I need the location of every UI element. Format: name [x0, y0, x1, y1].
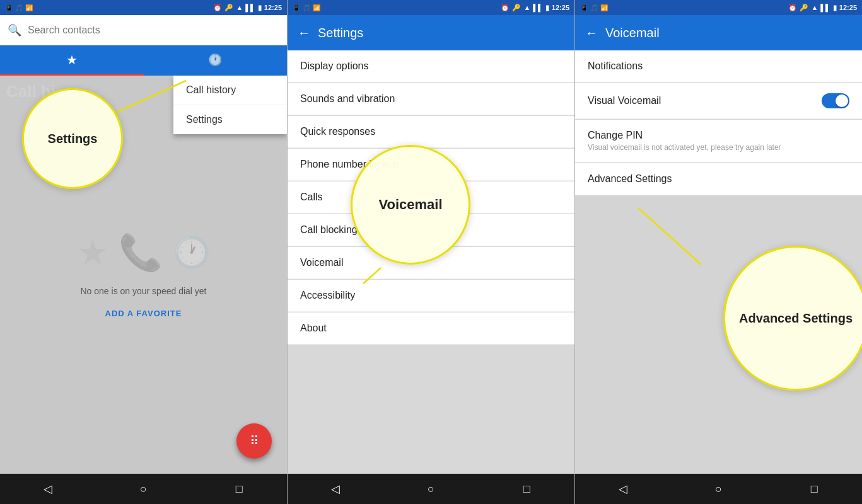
home-button-2[interactable]: ○ [418, 476, 443, 501]
dropdown-settings[interactable]: Settings [173, 105, 287, 134]
visual-voicemail-toggle[interactable] [822, 93, 849, 108]
voicemail-change-pin[interactable]: Change PIN Visual voicemail is not activ… [575, 120, 862, 163]
nav-bar-3: ◁ ○ □ [575, 474, 862, 504]
add-favorite-button[interactable]: ADD A FAVORITE [105, 309, 182, 318]
time-1: 12:25 [264, 4, 282, 11]
settings-about[interactable]: About [288, 312, 574, 345]
notifications-label: Notifications [588, 60, 643, 72]
recent-button-2[interactable]: □ [514, 476, 539, 501]
empty-state-text: No one is on your speed dial yet [80, 286, 206, 296]
screen-settings: 📱 🎵 📶 ⏰ 🔑 ▲ ▌▌ ▮ 12:25 ← Settings Displa… [288, 0, 575, 504]
settings-quick-responses[interactable]: Quick responses [288, 116, 574, 148]
key-icon: 🔑 [224, 4, 233, 12]
nav-bar-2: ◁ ○ □ [288, 474, 574, 504]
battery-icon: ▮ [258, 4, 262, 12]
time-2: 12:25 [552, 4, 569, 11]
status-bar-2: 📱 🎵 📶 ⏰ 🔑 ▲ ▌▌ ▮ 12:25 [288, 0, 574, 15]
app-icon-1: 📱 [5, 4, 13, 11]
s3-app-icon-1: 📱 [580, 4, 588, 11]
signal-icon: ▌▌ [245, 4, 255, 11]
annotation-advanced-settings: Advanced Settings [723, 246, 862, 391]
s3-signal-icon: ▌▌ [820, 4, 830, 11]
empty-state-icons: ★ 📞 🕐 [77, 232, 211, 273]
dropdown-call-history[interactable]: Call history [173, 76, 287, 105]
change-pin-label: Change PIN [588, 130, 643, 141]
s2-app-icon-1: 📱 [293, 4, 300, 11]
back-button-2[interactable]: ◁ [323, 476, 348, 501]
s3-battery-icon: ▮ [833, 4, 837, 12]
s2-wifi-icon: ▲ [523, 4, 530, 11]
app-bar-settings: ← Settings [288, 15, 574, 50]
back-button-3[interactable]: ◁ [610, 476, 636, 501]
s3-wifi-icon: ▲ [811, 4, 818, 11]
annotation-voicemail: Voicemail [351, 145, 470, 265]
change-pin-sub: Visual voicemail is not activated yet, p… [588, 143, 781, 152]
s2-app-icon-3: 📶 [313, 4, 320, 11]
settings-title: Settings [318, 26, 564, 40]
app-bar-voicemail: ← Voicemail [575, 15, 862, 50]
recent-button-3[interactable]: □ [801, 476, 827, 501]
s3-app-icon-2: 🎵 [590, 4, 598, 11]
search-icon: 🔍 [8, 23, 21, 37]
keypad-icon: ⠿ [250, 433, 259, 449]
back-arrow-settings[interactable]: ← [298, 26, 310, 40]
s3-key-icon: 🔑 [800, 4, 808, 12]
app-icon-3: 📶 [25, 4, 33, 11]
settings-sounds[interactable]: Sounds and vibration [288, 83, 574, 115]
history-icon: 🕐 [173, 235, 211, 270]
visual-voicemail-label: Visual Voicemail [588, 95, 661, 106]
nav-bar-1: ◁ ○ □ [0, 474, 287, 504]
clock-icon: 🕐 [208, 53, 222, 67]
settings-display-options[interactable]: Display options [288, 50, 574, 83]
dial-fab[interactable]: ⠿ [236, 423, 272, 459]
s2-battery-icon: ▮ [545, 4, 549, 12]
settings-accessibility[interactable]: Accessibility [288, 280, 574, 312]
voicemail-title: Voicemail [605, 26, 852, 40]
s2-signal-icon: ▌▌ [533, 4, 543, 11]
wifi-icon: ▲ [236, 4, 243, 11]
star-empty-icon: ★ [77, 232, 108, 273]
s2-app-icon-2: 🎵 [303, 4, 310, 11]
recent-button-1[interactable]: □ [226, 476, 252, 501]
tab-favorites[interactable]: ★ [0, 45, 144, 76]
toggle-knob [836, 94, 848, 107]
search-input[interactable] [28, 25, 279, 36]
status-bar-3: 📱 🎵 📶 ⏰ 🔑 ▲ ▌▌ ▮ 12:25 [575, 0, 862, 15]
s3-alarm-icon: ⏰ [788, 4, 797, 12]
phone-icon: 📞 [119, 232, 163, 273]
annotation-settings: Settings [22, 88, 123, 189]
s2-key-icon: 🔑 [512, 4, 521, 12]
advanced-settings-label: Advanced Settings [588, 173, 672, 185]
dropdown-menu: Call history Settings [173, 76, 287, 134]
alarm-icon: ⏰ [213, 4, 222, 12]
screen-dialer: 📱 🎵 📶 ⏰ 🔑 ▲ ▌▌ ▮ 12:25 🔍 ★ � [0, 0, 288, 504]
time-3: 12:25 [839, 4, 857, 11]
settings-menu-list: Display options Sounds and vibration Qui… [288, 50, 574, 474]
screen-voicemail: 📱 🎵 📶 ⏰ 🔑 ▲ ▌▌ ▮ 12:25 ← Voicemail [575, 0, 862, 504]
home-button-3[interactable]: ○ [706, 476, 731, 501]
voicemail-notifications[interactable]: Notifications [575, 50, 862, 83]
status-bar-1: 📱 🎵 📶 ⏰ 🔑 ▲ ▌▌ ▮ 12:25 [0, 0, 287, 15]
s2-alarm-icon: ⏰ [501, 4, 510, 12]
back-button-1[interactable]: ◁ [35, 476, 61, 501]
voicemail-visual[interactable]: Visual Voicemail [575, 83, 862, 119]
app-icon-2: 🎵 [15, 4, 23, 11]
voicemail-advanced-settings[interactable]: Advanced Settings [575, 163, 862, 195]
search-bar: 🔍 [0, 15, 287, 45]
home-button-1[interactable]: ○ [131, 476, 156, 501]
back-arrow-voicemail[interactable]: ← [585, 26, 598, 40]
tab-bar-1: ★ 🕐 Call history Settings [0, 45, 287, 76]
s3-app-icon-3: 📶 [600, 4, 608, 11]
star-icon: ★ [66, 52, 78, 67]
tab-history[interactable]: 🕐 [144, 45, 288, 76]
